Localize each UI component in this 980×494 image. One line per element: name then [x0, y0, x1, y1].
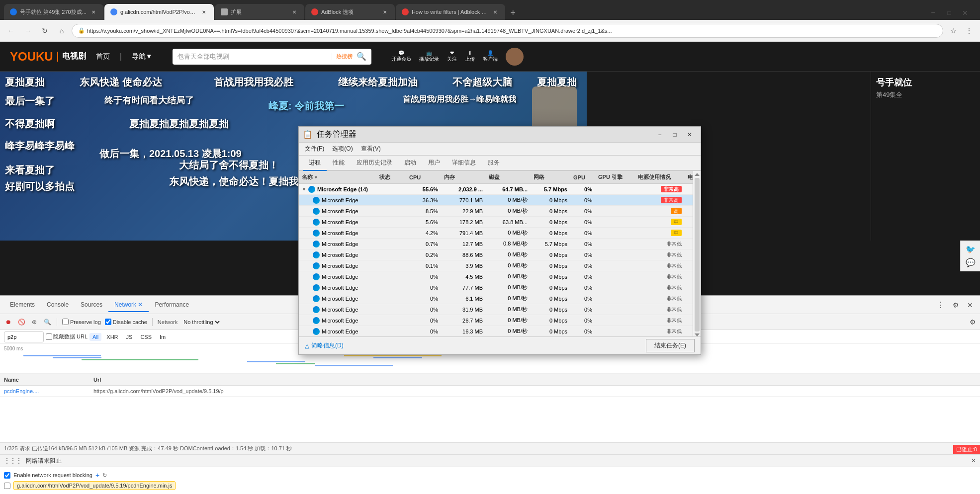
- filter-button[interactable]: ⊛: [30, 318, 39, 327]
- filter-css[interactable]: CSS: [137, 333, 155, 341]
- filter-input[interactable]: [4, 331, 44, 342]
- tm-tab-processes[interactable]: 进程: [303, 156, 327, 171]
- hide-data-url-checkbox[interactable]: 隐藏数据 URL: [46, 333, 88, 340]
- tm-row-edge-13[interactable]: Microsoft Edge 0%16.3 MB0 MB/秒0 Mbps0%非常…: [299, 326, 693, 336]
- tab-5-close[interactable]: ✕: [491, 8, 499, 16]
- tm-menu-view[interactable]: 查看(V): [357, 143, 385, 155]
- devtools-tab-network[interactable]: Network ✕: [108, 298, 149, 312]
- filter-xhr[interactable]: XHR: [103, 333, 121, 341]
- filter-img[interactable]: Im: [157, 333, 169, 341]
- blocked-url-checkbox[interactable]: [4, 483, 10, 489]
- tm-row-edge-12[interactable]: Microsoft Edge 0%26.7 MB0 MB/秒0 Mbps0%非常…: [299, 315, 693, 326]
- youku-nav-home[interactable]: 首页: [96, 52, 110, 61]
- tm-row-edge-7[interactable]: Microsoft Edge 0.1% 3.9 MB 0 MB/秒 0 Mbps…: [299, 260, 693, 271]
- new-tab-button[interactable]: +: [506, 6, 520, 20]
- th-net[interactable]: 网络: [531, 173, 570, 181]
- tm-row-edge-9[interactable]: Microsoft Edge 0%77.7 MB0 MB/秒0 Mbps0%非常…: [299, 282, 693, 293]
- tab-1[interactable]: 号手就位 第49集 270旋成... ✕: [4, 4, 103, 20]
- customer-service-btn[interactable]: 👤客户端: [483, 50, 498, 63]
- devtools-more-btn[interactable]: ⋮: [934, 300, 948, 310]
- upload-btn[interactable]: ⬆上传: [465, 50, 475, 63]
- expand-arrow-edge[interactable]: ▼: [302, 187, 306, 192]
- disable-cache-input[interactable]: [105, 319, 111, 325]
- devtools-tab-sources[interactable]: Sources: [75, 298, 108, 312]
- tm-row-edge-10[interactable]: Microsoft Edge 0%6.1 MB0 MB/秒0 Mbps0%非常低: [299, 293, 693, 304]
- tab-3[interactable]: 扩展 ✕: [215, 4, 304, 20]
- scroll-up-arrow[interactable]: [695, 173, 700, 176]
- reload-button[interactable]: ↻: [38, 24, 52, 38]
- throttle-select[interactable]: No throttling: [181, 319, 221, 326]
- devtools-gear-icon[interactable]: ⚙: [950, 301, 962, 309]
- th-power[interactable]: 电源使用情况: [635, 173, 685, 181]
- disable-cache-checkbox[interactable]: Disable cache: [105, 319, 147, 325]
- search-icon[interactable]: 🔍: [356, 52, 366, 61]
- clear-button[interactable]: 🚫: [17, 318, 26, 327]
- maximize-button[interactable]: □: [942, 6, 956, 20]
- tm-row-edge-1[interactable]: Microsoft Edge 36.3% 770.1 MB 0 MB/秒 0 M…: [299, 195, 693, 206]
- follow-btn[interactable]: ❤关注: [447, 50, 457, 63]
- tm-maximize-btn[interactable]: □: [668, 129, 682, 140]
- hide-data-url-input[interactable]: [46, 333, 52, 340]
- th-gpu[interactable]: GPU: [570, 174, 595, 180]
- tab-4-close[interactable]: ✕: [381, 8, 389, 16]
- tab-4[interactable]: AdBlock 选项 ✕: [305, 4, 395, 20]
- close-button[interactable]: ✕: [958, 6, 972, 20]
- search-button[interactable]: 🔍: [43, 318, 52, 327]
- panel-close-icon[interactable]: ✕: [971, 457, 976, 464]
- tm-menu-options[interactable]: 选项(O): [328, 143, 356, 155]
- devtools-settings-icon[interactable]: ⚙: [970, 318, 976, 326]
- youku-nav-guide[interactable]: 导航▼: [132, 52, 153, 61]
- th-gpu-engine[interactable]: GPU 引擎: [595, 173, 635, 181]
- th-name[interactable]: 名称 ▼: [299, 173, 376, 181]
- refresh-blocking-icon[interactable]: ↻: [102, 472, 107, 479]
- end-task-button[interactable]: 结束任务(E): [646, 339, 695, 352]
- th-power2[interactable]: 电: [685, 173, 693, 181]
- tm-row-edge-2[interactable]: Microsoft Edge 8.5% 22.9 MB 0 MB/秒 0 Mbp…: [299, 206, 693, 217]
- tm-row-edge-6[interactable]: Microsoft Edge 0.2% 88.6 MB 0 MB/秒 0 Mbp…: [299, 249, 693, 260]
- filter-js[interactable]: JS: [123, 333, 136, 341]
- scroll-thumb[interactable]: [695, 178, 700, 331]
- tm-tab-performance[interactable]: 性能: [327, 156, 351, 171]
- tm-row-edge-11[interactable]: Microsoft Edge 0%31.9 MB0 MB/秒0 Mbps0%非常…: [299, 304, 693, 315]
- home-button[interactable]: ⌂: [55, 24, 69, 38]
- tm-minimize-btn[interactable]: −: [653, 129, 667, 140]
- tm-menu-file[interactable]: 文件(F): [301, 143, 328, 155]
- th-cpu[interactable]: CPU: [406, 174, 441, 180]
- th-disk[interactable]: 磁盘: [486, 173, 531, 181]
- tm-tab-startup[interactable]: 启动: [398, 156, 422, 171]
- settings-button[interactable]: ⋮: [962, 24, 976, 38]
- add-blocking-btn[interactable]: +: [95, 471, 99, 479]
- tm-row-edge-5[interactable]: Microsoft Edge 0.7% 12.7 MB 0.8 MB/秒 5.7…: [299, 239, 693, 249]
- preserve-log-input[interactable]: [62, 319, 69, 325]
- request-row[interactable]: pcdnEngine.... https://g.alicdn.com/html…: [0, 386, 980, 397]
- right-panel-btn-2[interactable]: 💬: [966, 258, 976, 267]
- th-mem[interactable]: 内存: [441, 173, 486, 181]
- tm-tab-users[interactable]: 用户: [422, 156, 446, 171]
- back-button[interactable]: ←: [4, 24, 18, 38]
- tm-close-btn[interactable]: ✕: [683, 129, 697, 140]
- right-panel-btn-1[interactable]: 🐦: [966, 245, 976, 254]
- devtools-close-icon[interactable]: ✕: [964, 301, 976, 309]
- header-url[interactable]: Url: [89, 377, 980, 383]
- tm-tab-services[interactable]: 服务: [482, 156, 506, 171]
- tm-scrollbar[interactable]: [693, 171, 701, 336]
- user-avatar[interactable]: [506, 48, 524, 66]
- filter-all[interactable]: All: [89, 333, 101, 341]
- enable-blocking-checkbox[interactable]: [4, 472, 10, 479]
- minimize-button[interactable]: −: [926, 6, 940, 20]
- devtools-tab-performance[interactable]: Performance: [149, 298, 195, 312]
- tab-1-close[interactable]: ✕: [89, 8, 97, 16]
- record-button[interactable]: ⏺: [4, 318, 13, 327]
- tm-summary-link[interactable]: △ 简略信息(D): [305, 341, 344, 350]
- tab-5[interactable]: How to write filters | Adblock Pl... ✕: [396, 4, 505, 20]
- youku-search-bar[interactable]: 包青天全部电视剧 热搜榜 🔍: [173, 49, 371, 65]
- preserve-log-checkbox[interactable]: Preserve log: [62, 319, 101, 325]
- tab-2[interactable]: g.alicdn.com/htmlVodP2P/vod_... ✕: [104, 4, 214, 20]
- tm-row-edge-4[interactable]: Microsoft Edge 4.2% 791.4 MB 0 MB/秒 0 Mb…: [299, 228, 693, 239]
- th-status[interactable]: 状态: [376, 173, 406, 181]
- tm-row-edge-8[interactable]: Microsoft Edge 0%4.5 MB0 MB/秒0 Mbps0%非常低: [299, 271, 693, 282]
- address-bar[interactable]: 🔒 https://v.youku.com/v_show/id_XNTEzMjI…: [72, 24, 943, 38]
- header-name[interactable]: Name: [0, 377, 89, 383]
- tm-row-edge-3[interactable]: Microsoft Edge 5.6% 178.2 MB 63.8 MB... …: [299, 217, 693, 228]
- tm-row-edge-group[interactable]: ▼ Microsoft Edge (14) 55.6% 2,032.9 ... …: [299, 184, 693, 195]
